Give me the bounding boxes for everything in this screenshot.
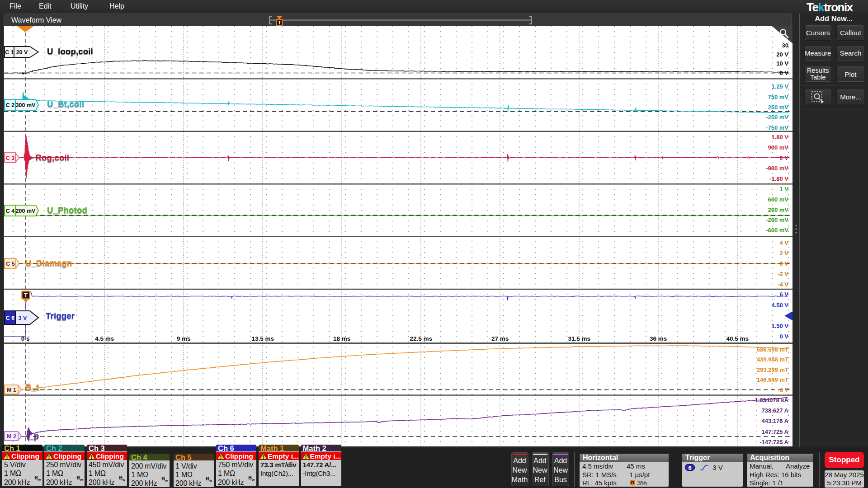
svg-text:M 2: M 2 [7, 433, 16, 439]
svg-text:300 mV: 300 mV [16, 102, 36, 108]
svg-text:T: T [631, 481, 633, 484]
svg-text:C 5: C 5 [6, 261, 15, 267]
svg-text:T: T [24, 292, 28, 299]
svg-text:C 4: C 4 [6, 207, 15, 214]
svg-text:C 2: C 2 [6, 102, 15, 108]
svg-text:M 1: M 1 [7, 386, 16, 393]
svg-text:200 mV: 200 mV [16, 207, 36, 214]
svg-text:20 V: 20 V [16, 49, 28, 56]
svg-text:C 1: C 1 [5, 49, 14, 56]
svg-text:C 6: C 6 [6, 315, 15, 321]
svg-text:T: T [278, 20, 281, 25]
svg-text:C 3: C 3 [6, 155, 15, 161]
svg-text:3 V: 3 V [19, 315, 27, 321]
